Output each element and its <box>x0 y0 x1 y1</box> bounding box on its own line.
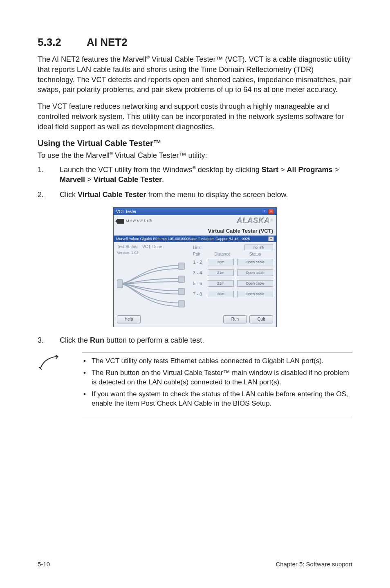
reg-mark: ® <box>146 55 150 60</box>
link-value: no link <box>244 245 273 250</box>
s1-all: All Programs <box>287 166 332 174</box>
distance-cell: 21m <box>208 269 234 276</box>
vct-footer: Help Run Quit <box>114 314 276 327</box>
s1-b: desktop by clicking <box>196 166 262 174</box>
paragraph-2: The VCT feature reduces networking and s… <box>38 101 352 132</box>
step-3: Click the Run button to perform a cable … <box>38 335 352 346</box>
pair-cell: 3 - 4 <box>193 270 208 275</box>
pair-cell: 7 - 8 <box>193 292 208 296</box>
link-label: Link: <box>193 245 202 250</box>
alaska-logo: ALASKA® <box>237 217 273 225</box>
svg-rect-2 <box>178 288 185 295</box>
quit-button[interactable]: Quit <box>249 315 273 323</box>
marvell-text: M A R V E L L® <box>126 219 152 223</box>
s1-vct: Virtual Cable Tester <box>94 175 162 184</box>
s3-b: Run <box>90 336 104 344</box>
footer-right-buttons: Run Quit <box>223 315 273 323</box>
page-footer: 5-10 Chapter 5: Software support <box>38 561 352 568</box>
chip-icon <box>117 219 124 224</box>
close-icon[interactable]: × <box>268 209 274 214</box>
alaska-reg: ® <box>270 218 273 222</box>
s2-b: Virtual Cable Tester <box>78 191 146 199</box>
status-cell: Open cable <box>237 269 273 276</box>
s3-c: button to perform a cable test. <box>104 336 204 344</box>
test-status-row: Test Status: VCT: Done <box>117 245 191 249</box>
section-title: AI NET2 <box>87 36 128 48</box>
s1-gt2: > <box>332 166 339 174</box>
columns-header: Pair Distance Status <box>193 252 273 256</box>
s1-marv: Marvell <box>60 175 85 184</box>
reg-mark-2: ® <box>110 151 113 156</box>
help-icon[interactable]: ? <box>262 209 267 214</box>
note-item: The VCT utility only tests Ethernet cabl… <box>82 357 352 366</box>
note-item: The Run button on the Virtual Cable Test… <box>82 368 352 387</box>
test-status-label: Test Status: <box>117 245 138 249</box>
vct-titlebar: VCT Tester ? × <box>114 208 276 215</box>
note-block: The VCT utility only tests Ethernet cabl… <box>82 352 352 416</box>
s3-a: Click the <box>60 336 90 344</box>
cable-diagram <box>117 257 186 310</box>
vct-left: Test Status: VCT: Done Version: 1.02 <box>117 245 191 310</box>
paragraph-1: The AI NET2 features the Marvell® Virtua… <box>38 54 352 95</box>
vct-subtitle: Virtual Cable Tester (VCT) <box>114 228 276 236</box>
titlebar-controls: ? × <box>262 209 274 214</box>
chapter-label: Chapter 5: Software support <box>276 561 352 568</box>
note-item: If you want the system to check the stat… <box>82 390 352 408</box>
page-number: 5-10 <box>38 561 50 568</box>
status-cell: Open cable <box>237 280 273 287</box>
col-pair: Pair <box>193 252 208 256</box>
vct-title: VCT Tester <box>116 209 137 214</box>
svg-rect-4 <box>117 280 123 288</box>
s1-dot: . <box>162 175 164 184</box>
vct-window: VCT Tester ? × M A R V E L L® ALASKA® Vi… <box>113 207 277 327</box>
status-cell: Open cable <box>237 291 273 297</box>
note-block-outer: The VCT utility only tests Ethernet cabl… <box>38 350 352 416</box>
table-row: 5 - 6 21m Open cable <box>193 280 273 287</box>
help-button[interactable]: Help <box>117 315 141 323</box>
vct-screenshot: VCT Tester ? × M A R V E L L® ALASKA® Vi… <box>38 207 352 327</box>
s1-gt3: > <box>85 175 94 184</box>
col-status: Status <box>237 252 273 256</box>
paragraph-3: To use the the Marvell® Virtual Cable Te… <box>38 150 352 161</box>
distance-cell: 20m <box>208 291 234 297</box>
p3-a: To use the the Marvell <box>38 151 110 159</box>
vct-right: Link: no link Pair Distance Status 1 - 2… <box>193 245 273 310</box>
pair-cell: 5 - 6 <box>193 281 208 286</box>
svg-rect-1 <box>178 276 185 283</box>
distance-cell: 21m <box>208 280 234 287</box>
section-number: 5.3.2 <box>38 36 87 49</box>
col-distance: Distance <box>208 252 237 256</box>
table-row: 3 - 4 21m Open cable <box>193 269 273 276</box>
dropdown-icon[interactable]: ▾ <box>268 236 274 241</box>
svg-rect-0 <box>178 263 185 269</box>
s1-a: Launch the VCT utility from the Windows <box>60 166 193 174</box>
s2-c: from the menu to display the screen belo… <box>146 191 288 199</box>
note-icon <box>38 350 60 373</box>
adapter-name: Marvell Yukon Gigabit Ethernet 10/100/10… <box>116 237 250 241</box>
run-button[interactable]: Run <box>223 315 247 323</box>
s1-gt1: > <box>278 166 287 174</box>
s2-a: Click <box>60 191 78 199</box>
subheading: Using the Virtual Cable Tester™ <box>38 139 352 148</box>
step-1: Launch the VCT utility from the Windows®… <box>38 165 352 185</box>
version-row: Version: 1.02 <box>117 251 191 255</box>
svg-rect-3 <box>178 301 185 307</box>
table-row: 1 - 2 20m Open cable <box>193 259 273 265</box>
s1-start: Start <box>262 166 278 174</box>
steps-list: Launch the VCT utility from the Windows®… <box>38 165 352 200</box>
p3-b: Virtual Cable Tester™ utility: <box>113 151 207 159</box>
steps-list-cont: Click the Run button to perform a cable … <box>38 335 352 346</box>
alaska-text: ALASKA <box>237 217 270 225</box>
link-row: Link: no link <box>193 245 273 250</box>
status-cell: Open cable <box>237 259 273 265</box>
vct-header: M A R V E L L® ALASKA® <box>114 215 276 228</box>
section-heading: 5.3.2AI NET2 <box>38 36 352 49</box>
reg-mark-3: ® <box>193 165 196 170</box>
note-list: The VCT utility only tests Ethernet cabl… <box>82 357 352 411</box>
adapter-bar: Marvell Yukon Gigabit Ethernet 10/100/10… <box>114 236 276 242</box>
distance-cell: 20m <box>208 259 234 265</box>
vct-body: Test Status: VCT: Done Version: 1.02 <box>114 242 276 314</box>
p1-a: The AI NET2 features the Marvell <box>38 55 146 63</box>
marvell-logo: M A R V E L L® <box>117 219 152 224</box>
test-status-value: VCT: Done <box>142 245 162 249</box>
